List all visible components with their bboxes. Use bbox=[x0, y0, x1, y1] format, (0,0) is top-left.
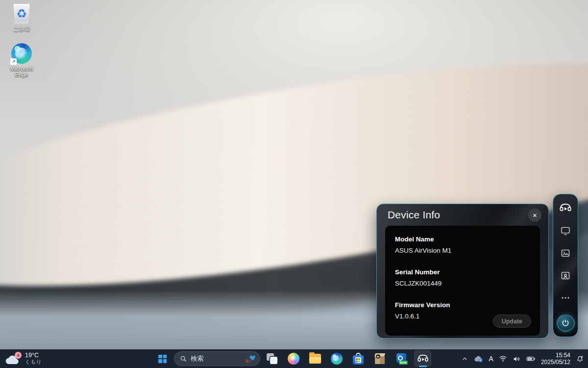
power-button[interactable] bbox=[557, 315, 575, 332]
model-name-field: Model Name ASUS AirVision M1 bbox=[395, 236, 530, 254]
update-button[interactable]: Update bbox=[493, 315, 531, 328]
taskbar-app-airvision-active[interactable] bbox=[413, 349, 433, 368]
sidebar-item-airvision[interactable] bbox=[559, 202, 572, 214]
close-button[interactable]: × bbox=[528, 209, 541, 222]
screen-share-icon bbox=[560, 270, 571, 282]
ellipsis-icon bbox=[560, 292, 571, 304]
tray-notifications-button[interactable] bbox=[576, 355, 584, 363]
device-info-header: Device Info × bbox=[377, 204, 548, 226]
tray-overflow-button[interactable] bbox=[462, 356, 468, 362]
taskbar-app-microsoft-store[interactable] bbox=[348, 349, 368, 368]
recycle-bin-label: ごみ箱 bbox=[13, 26, 30, 33]
search-box[interactable]: 検索 bbox=[174, 351, 260, 366]
tray-time: 15:54 bbox=[541, 352, 570, 359]
chevron-up-icon bbox=[462, 356, 468, 362]
system-tray: A 15:54 2025 bbox=[462, 349, 584, 368]
tray-clock[interactable]: 15:54 2025/05/12 bbox=[541, 352, 570, 366]
power-icon bbox=[561, 318, 570, 328]
taskbar-app-outlook[interactable]: NEW bbox=[391, 349, 411, 368]
serial-number-label: Serial Number bbox=[395, 268, 530, 276]
search-icon bbox=[180, 355, 187, 362]
edge-icon: ↗ bbox=[11, 43, 32, 64]
weather-cloud-icon: 4 bbox=[5, 352, 22, 365]
outlook-icon: NEW bbox=[395, 353, 407, 365]
airvision-logo-icon bbox=[559, 202, 572, 214]
image-icon bbox=[560, 247, 571, 259]
airvision-taskbar-icon bbox=[417, 353, 429, 365]
sidebar-item-display[interactable] bbox=[559, 225, 572, 237]
serial-number-field: Serial Number SCLJZK001449 bbox=[395, 268, 530, 287]
taskbar-app-edge[interactable] bbox=[326, 349, 346, 368]
file-explorer-icon bbox=[309, 352, 321, 365]
taskbar-app-file-explorer[interactable] bbox=[305, 349, 325, 368]
taskbar-center: 検索 bbox=[152, 349, 433, 368]
edge-taskbar-icon bbox=[330, 352, 343, 365]
sidebar-item-more[interactable] bbox=[559, 292, 572, 304]
serial-number-value: SCLJZK001449 bbox=[395, 280, 530, 287]
search-highlight-icon bbox=[245, 353, 257, 364]
model-name-value: ASUS AirVision M1 bbox=[395, 247, 530, 254]
microsoft-store-icon bbox=[352, 353, 364, 365]
wifi-icon bbox=[499, 355, 507, 362]
close-icon: × bbox=[533, 211, 537, 219]
desktop-icon-edge[interactable]: ↗ Microsoft Edge bbox=[3, 43, 40, 78]
edge-label: Microsoft Edge bbox=[3, 66, 40, 78]
weather-widget[interactable]: 4 19°C くもり bbox=[5, 349, 42, 368]
sidebar-item-screen-share[interactable] bbox=[559, 269, 572, 282]
device-info-panel: Device Info × Model Name ASUS AirVision … bbox=[376, 204, 549, 339]
tray-onedrive-button[interactable] bbox=[473, 355, 484, 363]
taskbar-app-media-package[interactable] bbox=[369, 349, 390, 368]
copilot-icon bbox=[287, 352, 300, 365]
desktop-icon-recycle-bin[interactable]: ♻ ごみ箱 bbox=[3, 4, 40, 33]
weather-temperature: 19°C bbox=[25, 352, 42, 359]
tray-ime-mode[interactable]: A bbox=[489, 355, 493, 363]
tray-battery-button[interactable] bbox=[526, 355, 536, 362]
do-not-disturb-bell-icon bbox=[576, 355, 584, 363]
outlook-new-badge: NEW bbox=[399, 361, 408, 365]
device-info-body: Model Name ASUS AirVision M1 Serial Numb… bbox=[385, 226, 540, 336]
active-app-indicator bbox=[419, 366, 427, 367]
news-badge: 4 bbox=[15, 352, 22, 359]
tray-date: 2025/05/12 bbox=[541, 359, 570, 366]
display-icon bbox=[560, 225, 571, 237]
device-info-title: Device Info bbox=[388, 209, 440, 221]
battery-charging-icon bbox=[526, 355, 536, 362]
weather-text: 19°C くもり bbox=[25, 352, 42, 365]
taskbar: 4 19°C くもり 検索 bbox=[0, 349, 588, 368]
volume-icon bbox=[513, 355, 521, 363]
taskbar-app-copilot[interactable] bbox=[283, 349, 303, 368]
airvision-sidebar bbox=[553, 194, 578, 337]
shortcut-arrow-icon: ↗ bbox=[10, 58, 17, 65]
start-button[interactable] bbox=[152, 349, 172, 368]
media-package-icon bbox=[374, 353, 386, 365]
cloud-sync-icon bbox=[473, 355, 484, 363]
tray-network-button[interactable] bbox=[499, 355, 507, 362]
windows-logo-icon bbox=[158, 355, 167, 363]
weather-condition: くもり bbox=[25, 359, 42, 365]
firmware-version-label: Firmware Version bbox=[395, 301, 530, 309]
tray-volume-button[interactable] bbox=[513, 355, 521, 363]
task-view-icon bbox=[266, 352, 278, 365]
sidebar-item-image[interactable] bbox=[559, 247, 572, 260]
taskbar-app-task-view[interactable] bbox=[262, 349, 282, 368]
search-placeholder: 検索 bbox=[191, 354, 203, 363]
recycle-bin-icon: ♻ bbox=[13, 4, 30, 24]
model-name-label: Model Name bbox=[395, 236, 530, 243]
